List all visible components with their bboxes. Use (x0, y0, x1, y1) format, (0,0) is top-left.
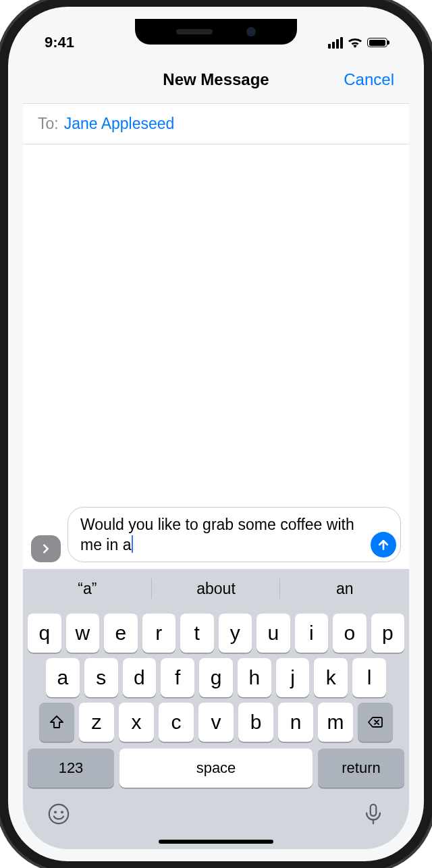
svg-point-2 (61, 811, 63, 813)
cancel-button[interactable]: Cancel (344, 70, 394, 89)
chevron-right-icon (40, 543, 51, 554)
keyboard-bottom-bar (23, 788, 409, 828)
key-r[interactable]: r (142, 614, 176, 653)
suggestion-3[interactable]: an (280, 569, 409, 608)
notch (135, 19, 297, 45)
key-m[interactable]: m (318, 703, 353, 742)
key-t[interactable]: t (180, 614, 214, 653)
microphone-icon (362, 803, 385, 825)
send-button[interactable] (371, 532, 396, 558)
shift-icon (49, 714, 65, 730)
wifi-icon (348, 37, 362, 48)
apps-toggle-button[interactable] (31, 535, 61, 562)
emoji-icon (47, 803, 70, 825)
key-n[interactable]: n (278, 703, 313, 742)
suggestion-1[interactable]: “a” (23, 569, 152, 608)
key-w[interactable]: w (66, 614, 100, 653)
key-f[interactable]: f (161, 658, 194, 697)
key-row-4: 123 space return (23, 742, 409, 788)
home-indicator[interactable] (159, 840, 273, 844)
battery-icon (367, 38, 387, 47)
shift-key[interactable] (39, 703, 74, 742)
svg-point-1 (54, 811, 57, 813)
key-g[interactable]: g (199, 658, 233, 697)
return-key[interactable]: return (318, 749, 404, 788)
key-z[interactable]: z (79, 703, 114, 742)
key-k[interactable]: k (314, 658, 348, 697)
to-recipient[interactable]: Jane Appleseed (64, 115, 175, 133)
key-row-3: z x c v b n m (23, 697, 409, 742)
status-time: 9:41 (45, 34, 74, 51)
numbers-key[interactable]: 123 (28, 749, 114, 788)
nav-bar: New Message Cancel (23, 55, 409, 104)
suggestion-2[interactable]: about (152, 569, 281, 608)
text-cursor (132, 535, 133, 553)
backspace-icon (367, 714, 383, 730)
backspace-key[interactable] (358, 703, 393, 742)
key-y[interactable]: y (219, 614, 252, 653)
to-field[interactable]: To: Jane Appleseed (23, 104, 409, 144)
dictation-button[interactable] (362, 803, 385, 828)
key-s[interactable]: s (84, 658, 118, 697)
key-c[interactable]: c (159, 703, 194, 742)
message-input[interactable]: Would you like to grab some coffee with … (68, 507, 401, 562)
key-p[interactable]: p (371, 614, 405, 653)
emoji-button[interactable] (47, 803, 70, 828)
keyboard: “a” about an q w e r t y u i o p a s d f (23, 569, 409, 849)
key-e[interactable]: e (104, 614, 138, 653)
conversation-area[interactable] (23, 144, 409, 501)
key-d[interactable]: d (123, 658, 157, 697)
key-h[interactable]: h (238, 658, 271, 697)
cellular-icon (328, 37, 343, 49)
compose-bar: Would you like to grab some coffee with … (23, 501, 409, 569)
to-label: To: (38, 115, 59, 133)
key-u[interactable]: u (256, 614, 290, 653)
key-l[interactable]: l (352, 658, 386, 697)
key-x[interactable]: x (119, 703, 154, 742)
key-b[interactable]: b (238, 703, 273, 742)
device-frame: 9:41 New Message Cancel To: Jane Applese… (8, 7, 424, 861)
key-o[interactable]: o (333, 614, 367, 653)
key-a[interactable]: a (46, 658, 80, 697)
space-key[interactable]: space (119, 749, 313, 788)
message-input-text: Would you like to grab some coffee with … (80, 516, 354, 553)
screen: 9:41 New Message Cancel To: Jane Applese… (23, 19, 409, 849)
key-i[interactable]: i (295, 614, 329, 653)
key-q[interactable]: q (28, 614, 61, 653)
key-v[interactable]: v (198, 703, 234, 742)
key-row-2: a s d f g h j k l (23, 653, 409, 697)
key-j[interactable]: j (276, 658, 310, 697)
key-row-1: q w e r t y u i o p (23, 608, 409, 653)
svg-point-0 (49, 805, 68, 823)
svg-rect-3 (371, 805, 377, 816)
status-right (328, 37, 387, 49)
arrow-up-icon (377, 538, 390, 551)
nav-title: New Message (163, 70, 269, 89)
suggestion-bar: “a” about an (23, 569, 409, 608)
